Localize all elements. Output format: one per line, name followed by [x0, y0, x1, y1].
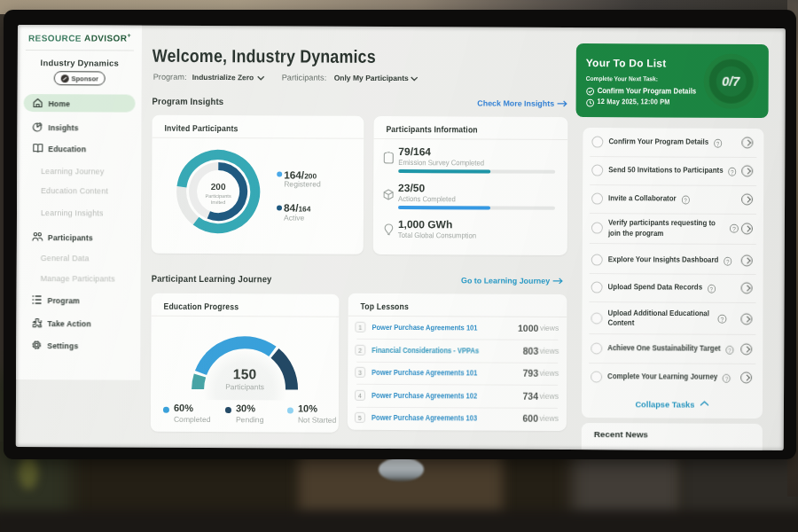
svg-text:Invited: Invited	[211, 200, 226, 205]
svg-text:Participants: Participants	[205, 193, 231, 199]
svg-text:200: 200	[211, 182, 226, 192]
